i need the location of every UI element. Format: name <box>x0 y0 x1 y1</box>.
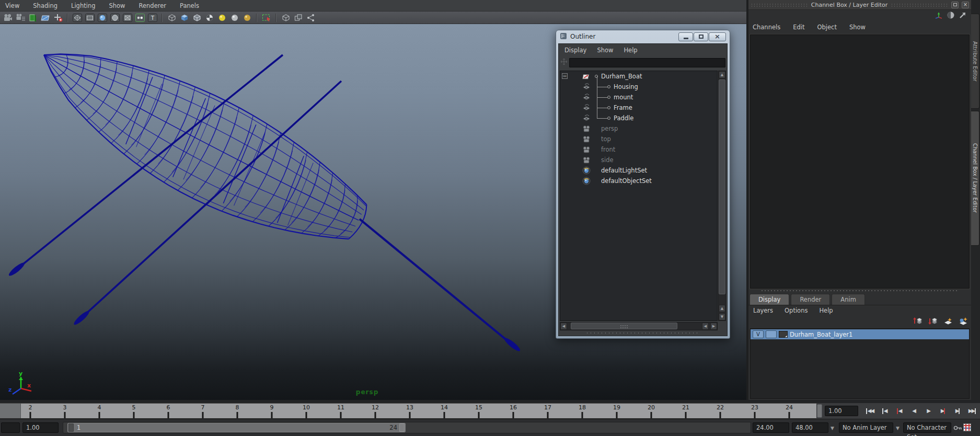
outliner-item-mount[interactable]: mount <box>560 92 717 102</box>
outliner-item-label[interactable]: mount <box>614 94 633 101</box>
anim-layer-dropdown[interactable]: No Anim Layer <box>839 422 893 433</box>
menu-panels[interactable]: Panels <box>180 2 199 9</box>
range-slider-thumb[interactable]: 1 24 <box>67 423 406 432</box>
menu-shading[interactable]: Shading <box>33 2 57 9</box>
tab-attribute-editor[interactable]: Attribute Editor <box>971 14 979 109</box>
scroll-up-button[interactable]: ▲ <box>719 71 725 78</box>
outliner-item-Frame[interactable]: Frame <box>560 102 717 113</box>
flat-shade-icon[interactable] <box>109 13 121 23</box>
outliner-search-input[interactable] <box>569 58 725 67</box>
outliner-item-label[interactable]: Durham_Boat <box>601 73 642 80</box>
character-set-dropdown-icon[interactable]: ▼ <box>896 426 900 431</box>
outliner-item-front[interactable]: front <box>560 144 717 155</box>
scroll-down-button[interactable]: ▼ <box>719 313 725 320</box>
anim-layer-dropdown-icon[interactable]: ▼ <box>831 426 834 431</box>
play-backwards-button[interactable]: ◀ <box>907 406 920 417</box>
pan-zoom-icon[interactable] <box>52 13 64 23</box>
bookmark-icon[interactable] <box>27 13 39 23</box>
scroll-left-button-2[interactable]: ◀ <box>702 323 709 330</box>
animation-end-field[interactable]: 48.00 <box>792 422 828 433</box>
outliner-item-label[interactable]: defaultObjectSet <box>601 177 652 185</box>
ball-yellow-icon[interactable] <box>216 13 228 23</box>
tab-channel-box-layer-editor[interactable]: Channel Box / Layer Editor <box>971 111 979 246</box>
select-arrow-icon[interactable] <box>959 11 967 21</box>
outliner-item-Durham_Boat[interactable]: −Durham_Boat <box>560 71 717 82</box>
smooth-shade-icon[interactable] <box>97 13 108 23</box>
menu-edit[interactable]: Edit <box>793 24 804 31</box>
character-set-dropdown[interactable]: No Character Set <box>903 422 951 433</box>
move-layer-up-icon[interactable] <box>913 316 923 327</box>
menu-lighting[interactable]: Lighting <box>71 2 95 9</box>
layer-row[interactable]: V Durham_Boat_layer1 <box>751 329 969 339</box>
outliner-horizontal-scrollbar[interactable]: ◀ ◀ ▶ <box>560 322 718 330</box>
animation-start-field[interactable] <box>1 422 20 433</box>
layer-visibility-toggle[interactable]: V <box>753 330 764 338</box>
step-forward-key-button[interactable]: ▶ <box>937 406 949 417</box>
tab-render[interactable]: Render <box>791 294 830 305</box>
menu-show-cb[interactable]: Show <box>849 24 866 31</box>
outliner-item-label[interactable]: Paddle <box>614 114 633 122</box>
contrast-toggle-icon[interactable] <box>947 11 955 21</box>
camera-icon[interactable] <box>2 13 14 23</box>
outliner-item-top[interactable]: top <box>560 134 717 144</box>
channel-box-empty-area[interactable] <box>750 35 970 289</box>
menu-show-outliner[interactable]: Show <box>597 47 613 54</box>
playback-end-field[interactable]: 24.00 <box>753 422 789 433</box>
outliner-titlebar[interactable]: Outliner × <box>556 30 730 43</box>
set-key-icon[interactable] <box>953 424 962 433</box>
menu-show[interactable]: Show <box>109 2 125 9</box>
outliner-item-label[interactable]: side <box>601 156 614 164</box>
maximize-button[interactable] <box>694 32 708 41</box>
scrollbar-thumb[interactable] <box>719 79 725 294</box>
outliner-item-label[interactable]: top <box>601 135 611 143</box>
cube-glass-icon[interactable] <box>191 13 203 23</box>
current-frame-marker[interactable] <box>0 404 21 419</box>
isolate-select-icon[interactable] <box>261 13 272 23</box>
outliner-item-label[interactable]: persp <box>601 125 618 132</box>
tab-display[interactable]: Display <box>750 294 789 305</box>
outliner-item-Paddle[interactable]: Paddle <box>560 113 717 123</box>
range-end-handle[interactable] <box>399 423 405 432</box>
dock-restore-button[interactable] <box>951 2 959 8</box>
menu-view[interactable]: View <box>5 2 19 9</box>
layer-color-swatch[interactable] <box>779 331 788 338</box>
scroll-right-button[interactable]: ▶ <box>710 323 717 330</box>
minimize-button[interactable] <box>678 32 693 41</box>
default-material-icon[interactable]: T <box>147 13 158 23</box>
outliner-item-label[interactable]: defaultLightSet <box>601 167 647 174</box>
playback-start-field[interactable]: 1.00 <box>22 422 59 433</box>
scroll-up-button-2[interactable]: ▲ <box>719 305 725 312</box>
outliner-item-side[interactable]: side <box>560 155 717 165</box>
xray-icon[interactable] <box>280 13 292 23</box>
cube-blue-icon[interactable] <box>179 13 190 23</box>
range-slider-track[interactable]: 1 24 <box>63 422 751 433</box>
menu-renderer[interactable]: Renderer <box>139 2 167 9</box>
time-slider[interactable]: 23456789101112131415161718192021222324 <box>0 403 816 419</box>
menu-object[interactable]: Object <box>817 24 837 31</box>
layer-display-type-toggle[interactable] <box>766 330 777 338</box>
step-back-frame-button[interactable]: ◀ <box>878 406 891 417</box>
go-to-start-button[interactable]: ◀◀ <box>863 406 876 417</box>
scroll-left-button[interactable]: ◀ <box>560 323 567 330</box>
layer-name[interactable]: Durham_Boat_layer1 <box>790 331 852 338</box>
outliner-tree[interactable]: −Durham_BoatHousingmountFramePaddlepersp… <box>560 71 718 321</box>
go-to-end-button[interactable]: ▶▶ <box>966 406 978 417</box>
new-layer-from-selected-icon[interactable] <box>958 316 969 327</box>
outliner-item-defaultLightSet[interactable]: defaultLightSet <box>560 165 717 176</box>
cube-wire-icon[interactable] <box>166 13 178 23</box>
collapse-toggle[interactable]: − <box>562 73 568 79</box>
step-forward-frame-button[interactable]: ▶ <box>951 406 964 417</box>
share-icon[interactable] <box>305 13 317 23</box>
menu-channels[interactable]: Channels <box>753 24 780 31</box>
outliner-item-label[interactable]: front <box>601 146 615 153</box>
new-empty-layer-icon[interactable] <box>943 316 953 327</box>
menu-options[interactable]: Options <box>785 307 808 314</box>
menu-layers[interactable]: Layers <box>753 307 773 314</box>
ball-check-icon[interactable] <box>204 13 215 23</box>
outliner-item-Housing[interactable]: Housing <box>560 82 717 92</box>
display-layer-list[interactable]: V Durham_Boat_layer1 <box>750 328 970 399</box>
tab-anim[interactable]: Anim <box>832 294 865 305</box>
outliner-item-defaultObjectSet[interactable]: defaultObjectSet <box>560 176 717 186</box>
camera-settings-icon[interactable] <box>15 13 26 23</box>
image-plane-icon[interactable] <box>40 13 51 23</box>
